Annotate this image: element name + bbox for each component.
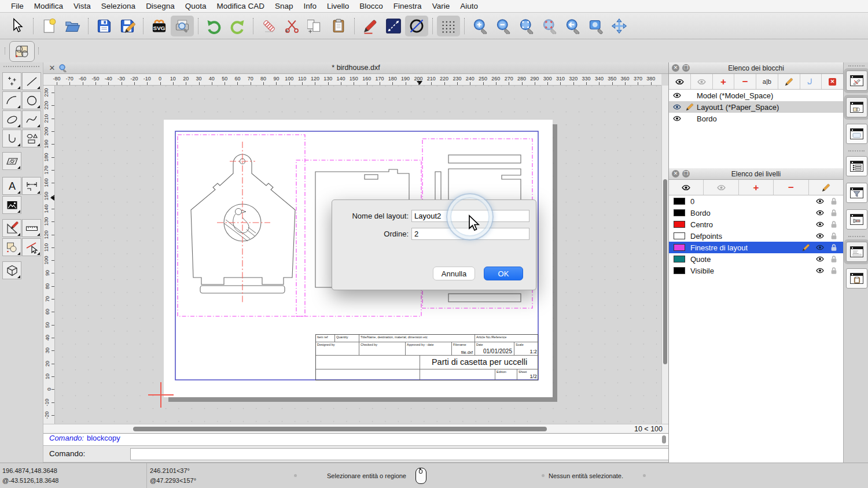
hide-all-layers-button[interactable]: [704, 180, 738, 195]
clipboard-panel-button[interactable]: [846, 268, 867, 289]
menu-disegna[interactable]: Disegna: [141, 0, 180, 13]
layer-color-swatch[interactable]: [674, 232, 685, 239]
edit-block-button[interactable]: [778, 74, 800, 89]
rename-block-button[interactable]: a|b: [756, 74, 778, 89]
remove-block-button[interactable]: −: [734, 74, 756, 89]
lock-icon[interactable]: [829, 254, 838, 264]
block-row-model[interactable]: Model (*Model_Space): [669, 90, 843, 101]
layer-row-finestre-di-layout[interactable]: Finestre di layout: [669, 242, 843, 253]
spline-tool[interactable]: [22, 110, 41, 128]
layer-row-quote[interactable]: Quote: [669, 253, 843, 265]
layer-color-swatch[interactable]: [674, 244, 685, 251]
pointer-tool-button[interactable]: [6, 16, 29, 36]
copy-button[interactable]: [304, 16, 327, 36]
grid-toggle-button[interactable]: [437, 16, 460, 36]
eye-icon[interactable]: [672, 114, 682, 123]
h-scrollbar-thumb[interactable]: [133, 427, 547, 431]
points-tool[interactable]: [2, 72, 21, 90]
eye-icon[interactable]: [815, 220, 825, 229]
save-button[interactable]: [93, 16, 116, 36]
new-file-button[interactable]: [38, 16, 61, 36]
command-input[interactable]: [130, 448, 698, 460]
polyline-tool[interactable]: [2, 130, 21, 147]
hide-all-blocks-button[interactable]: [691, 74, 713, 89]
pencil-icon[interactable]: [801, 243, 811, 252]
list-view-panel-button[interactable]: [846, 156, 867, 176]
v-scrollbar-thumb[interactable]: [663, 179, 667, 364]
purge-block-button[interactable]: ✕: [822, 74, 843, 89]
lock-icon[interactable]: [829, 231, 838, 241]
command-line-panel-button[interactable]: [846, 242, 867, 262]
paste-button[interactable]: [327, 16, 350, 36]
remove-layer-button[interactable]: −: [774, 180, 808, 195]
menu-vista[interactable]: Vista: [68, 0, 96, 13]
zoom-out-button[interactable]: [492, 16, 515, 36]
distance-line-button[interactable]: [382, 16, 405, 36]
layer-color-swatch[interactable]: [674, 198, 685, 205]
menu-aiuto[interactable]: Aiuto: [455, 0, 483, 13]
auto-zoom-button[interactable]: [515, 16, 538, 36]
layer-row-0[interactable]: 0: [669, 195, 843, 207]
layer-color-swatch[interactable]: [674, 209, 685, 216]
circle-slash-button[interactable]: [405, 16, 428, 36]
cancel-button[interactable]: Annulla: [433, 267, 475, 280]
menu-blocco[interactable]: Blocco: [354, 0, 388, 13]
hatch-tool[interactable]: [2, 152, 21, 170]
eye-icon[interactable]: [815, 243, 825, 252]
block-row-bordo[interactable]: Bordo: [669, 113, 843, 124]
layer-color-swatch[interactable]: [674, 221, 685, 228]
pan-zoom-button[interactable]: [608, 16, 631, 36]
open-file-button[interactable]: [61, 16, 84, 36]
eye-icon[interactable]: [815, 266, 825, 275]
eye-icon[interactable]: [672, 102, 682, 112]
menu-snap[interactable]: Snap: [270, 0, 299, 13]
text-tool[interactable]: A: [2, 177, 21, 195]
lock-icon[interactable]: [829, 208, 838, 217]
menu-modifica-cad[interactable]: Modifica CAD: [211, 0, 270, 13]
image-tool[interactable]: [2, 196, 21, 214]
add-layer-button[interactable]: +: [739, 180, 774, 195]
zoom-previous-button[interactable]: [561, 16, 584, 36]
layer-row-bordo[interactable]: Bordo: [669, 207, 843, 219]
modify-tool[interactable]: [2, 219, 21, 237]
v-scrollbar[interactable]: [661, 86, 668, 424]
measurement-panel-button[interactable]: [846, 209, 867, 230]
history-scrollbar-thumb[interactable]: [662, 435, 666, 443]
library-browser-panel-button[interactable]: [846, 124, 867, 144]
shape-tool[interactable]: [22, 130, 41, 147]
show-all-blocks-button[interactable]: [669, 74, 691, 89]
property-editor-panel-button[interactable]: [846, 71, 867, 91]
block-tool[interactable]: [2, 238, 21, 256]
insert-block-button[interactable]: [800, 74, 822, 89]
block-insert-button[interactable]: [9, 41, 35, 62]
arc-tool[interactable]: [2, 91, 21, 109]
eye-icon[interactable]: [672, 91, 682, 100]
print-preview-button[interactable]: [171, 16, 194, 36]
line-tool[interactable]: [22, 72, 41, 90]
undo-button[interactable]: [203, 16, 226, 36]
block-list-panel-button[interactable]: [846, 97, 867, 117]
show-all-layers-button[interactable]: [669, 180, 704, 195]
svg-export-button[interactable]: SVG: [148, 16, 171, 36]
menu-file[interactable]: File: [6, 0, 29, 13]
measure-tool[interactable]: [22, 219, 41, 237]
lock-icon[interactable]: [829, 266, 838, 275]
menu-modifica[interactable]: Modifica: [29, 0, 68, 13]
menu-livello[interactable]: Livello: [322, 0, 354, 13]
dimension-tool[interactable]: [22, 177, 41, 195]
layer-row-defpoints[interactable]: Defpoints: [669, 230, 843, 242]
layer-row-visibile[interactable]: Visibile: [669, 265, 843, 276]
eye-icon[interactable]: [815, 197, 825, 206]
eye-icon[interactable]: [815, 208, 825, 217]
menu-quota[interactable]: Quota: [180, 0, 212, 13]
ok-button[interactable]: OK: [484, 267, 523, 280]
edit-layer-button[interactable]: [809, 180, 843, 195]
ellipse-tool[interactable]: [2, 110, 21, 128]
selection-filter-panel-button[interactable]: [846, 183, 867, 203]
draw-pencil-button[interactable]: [359, 16, 382, 36]
add-block-button[interactable]: +: [713, 74, 735, 89]
lock-icon[interactable]: [829, 197, 838, 206]
zoom-window-button[interactable]: [584, 16, 608, 36]
menu-varie[interactable]: Varie: [427, 0, 455, 13]
delete-button[interactable]: [258, 16, 281, 36]
